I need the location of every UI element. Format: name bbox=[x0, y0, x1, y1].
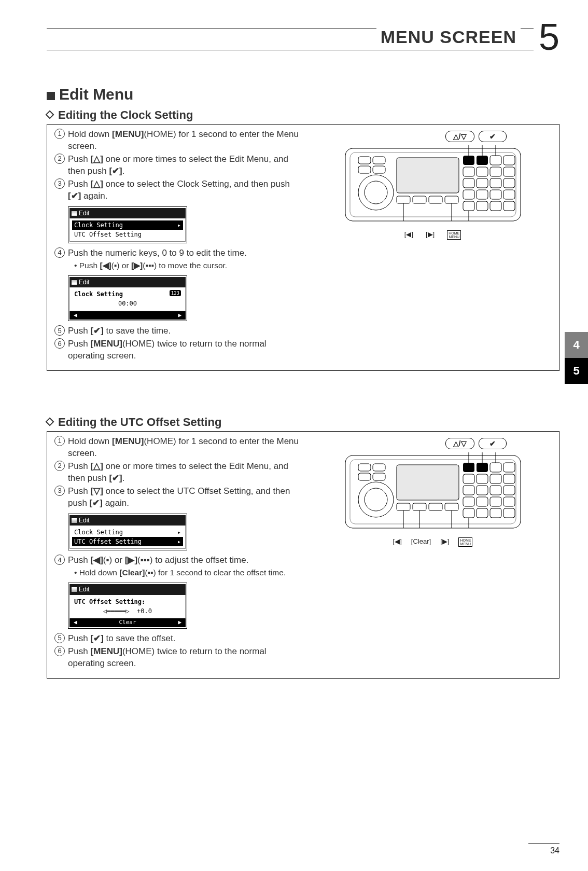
svg-rect-9 bbox=[463, 156, 474, 165]
square-bullet-icon bbox=[47, 92, 55, 100]
svg-rect-56 bbox=[463, 486, 474, 495]
svg-rect-8 bbox=[445, 196, 458, 203]
svg-rect-17 bbox=[463, 178, 474, 188]
step-2: 2Push [△] one or more times to select th… bbox=[54, 461, 303, 485]
section-1-box: 1Hold down [MENU](HOME) for 1 second to … bbox=[47, 124, 559, 371]
section-1-title-text: Editing the Clock Setting bbox=[58, 108, 193, 121]
header-title: MENU SCREEN bbox=[376, 27, 521, 47]
t: Push bbox=[68, 461, 90, 471]
t: [✔] bbox=[90, 326, 103, 336]
step-6: 6Push [MENU](HOME) twice to return to th… bbox=[54, 646, 303, 670]
main-heading-text: Edit Menu bbox=[59, 86, 133, 103]
step-num: 4 bbox=[54, 555, 65, 565]
lcd-title: Edit bbox=[79, 209, 90, 217]
svg-rect-63 bbox=[503, 497, 515, 506]
t: Push bbox=[68, 486, 90, 496]
lcd-value-row: ◁━━━━━▷ +0.0 bbox=[72, 606, 183, 616]
svg-rect-55 bbox=[503, 474, 515, 483]
t: once to select the Clock Setting, and th… bbox=[103, 179, 290, 189]
up-down-button-callout: / bbox=[445, 131, 474, 142]
svg-rect-67 bbox=[503, 508, 515, 518]
t: (▪▪▪) to adjust the offset time. bbox=[137, 555, 248, 565]
softkey-right: ▶ bbox=[178, 619, 181, 627]
lcd-titlebar: Edit bbox=[69, 208, 186, 218]
svg-rect-15 bbox=[490, 167, 501, 176]
ok-button-callout bbox=[479, 438, 507, 449]
lcd-heading: UTC Offset Setting: bbox=[72, 597, 183, 606]
svg-rect-11 bbox=[490, 156, 501, 165]
step-3: 3Push [△] once to select the Clock Setti… bbox=[54, 178, 303, 202]
step-num: 1 bbox=[54, 436, 65, 446]
t: [▶] bbox=[131, 261, 143, 270]
section-2-steps: 1Hold down [MENU](HOME) for 1 second to … bbox=[54, 436, 303, 670]
t: to save the time. bbox=[104, 326, 171, 336]
step-5: 5Push [✔] to save the offset. bbox=[54, 633, 303, 645]
svg-rect-10 bbox=[477, 156, 488, 165]
up-down-button-callout: / bbox=[445, 438, 474, 449]
t: Hold down bbox=[68, 129, 112, 139]
t: [▶] bbox=[125, 555, 137, 565]
radio-front-panel-icon bbox=[345, 450, 521, 533]
t: Push bbox=[68, 326, 90, 336]
t: [✔] bbox=[90, 498, 103, 508]
diamond-icon bbox=[46, 418, 54, 426]
t: Hold down bbox=[79, 568, 120, 577]
section-2-title-text: Editing the UTC Offset Setting bbox=[58, 416, 221, 428]
page-number: 34 bbox=[550, 846, 559, 855]
svg-rect-30 bbox=[373, 157, 385, 164]
svg-rect-32 bbox=[373, 166, 385, 173]
page: MENU SCREEN 5 4 5 Edit Menu Editing the … bbox=[0, 0, 588, 871]
step-1: 1Hold down [MENU](HOME) for 1 second to … bbox=[54, 129, 303, 153]
svg-rect-22 bbox=[477, 190, 488, 199]
lcd-title: Edit bbox=[79, 585, 90, 593]
lcd-title: Edit bbox=[79, 516, 90, 524]
svg-rect-46 bbox=[429, 503, 442, 510]
svg-rect-50 bbox=[490, 463, 501, 472]
t: Push bbox=[68, 555, 90, 565]
step-num: 3 bbox=[54, 486, 65, 496]
svg-rect-5 bbox=[397, 196, 410, 203]
svg-point-42 bbox=[365, 488, 387, 511]
section-1-title: Editing the Clock Setting bbox=[47, 108, 559, 122]
softkey-left: ◀ bbox=[74, 312, 77, 320]
lcd-row-text: UTC Offset Setting bbox=[74, 537, 142, 546]
svg-rect-62 bbox=[490, 497, 501, 506]
svg-rect-49 bbox=[477, 463, 488, 472]
step-4-sub: Push [◀](▪) or [▶](▪▪▪) to move the curs… bbox=[54, 260, 303, 271]
svg-rect-26 bbox=[477, 201, 488, 211]
svg-rect-59 bbox=[503, 486, 515, 495]
callout-bottom-labels: [◀] [▶] HOMEMENU bbox=[345, 230, 521, 240]
lcd-edit-menu: Edit Clock Setting UTC Offset Setting bbox=[68, 206, 187, 244]
t: Hold down bbox=[68, 436, 112, 446]
svg-rect-60 bbox=[463, 497, 474, 506]
lcd-title: Edit bbox=[79, 278, 90, 286]
t: [▽] bbox=[90, 486, 103, 496]
t: [✔] bbox=[90, 633, 103, 643]
lcd-softkeys: ◀Clear▶ bbox=[69, 618, 186, 627]
t: Push bbox=[68, 646, 90, 656]
svg-rect-21 bbox=[463, 190, 474, 199]
softkey-mid: Clear bbox=[119, 619, 136, 627]
svg-rect-20 bbox=[503, 178, 515, 188]
t: to save the offset. bbox=[104, 633, 176, 643]
callout-bottom-labels: [◀] [Clear] [▶] HOMEMENU bbox=[345, 537, 521, 547]
svg-rect-43 bbox=[397, 465, 459, 500]
svg-point-3 bbox=[365, 181, 387, 204]
svg-rect-25 bbox=[463, 201, 474, 211]
check-icon bbox=[489, 132, 496, 141]
lcd-row-text: Clock Setting bbox=[74, 529, 123, 536]
section-2-radio-diagram: / bbox=[314, 436, 552, 670]
svg-rect-57 bbox=[477, 486, 488, 495]
lcd-utc-offset: Edit UTC Offset Setting: ◁━━━━━▷ +0.0 ◀C… bbox=[68, 583, 187, 628]
t: (▪▪) for 1 second to clear the offset ti… bbox=[145, 568, 286, 577]
left-key-label: [◀] bbox=[393, 537, 402, 547]
triangle-down-icon bbox=[461, 132, 467, 141]
svg-rect-52 bbox=[463, 474, 474, 483]
t: [✔] bbox=[109, 473, 122, 483]
svg-rect-66 bbox=[490, 508, 501, 518]
section-2-box: 1Hold down [MENU](HOME) for 1 second to … bbox=[47, 431, 559, 678]
step-4: 4Push the numeric keys, 0 to 9 to edit t… bbox=[54, 247, 303, 259]
step-4: 4Push [◀](▪) or [▶](▪▪▪) to adjust the o… bbox=[54, 555, 303, 566]
t: [MENU] bbox=[90, 339, 122, 349]
t: [MENU] bbox=[112, 129, 144, 139]
